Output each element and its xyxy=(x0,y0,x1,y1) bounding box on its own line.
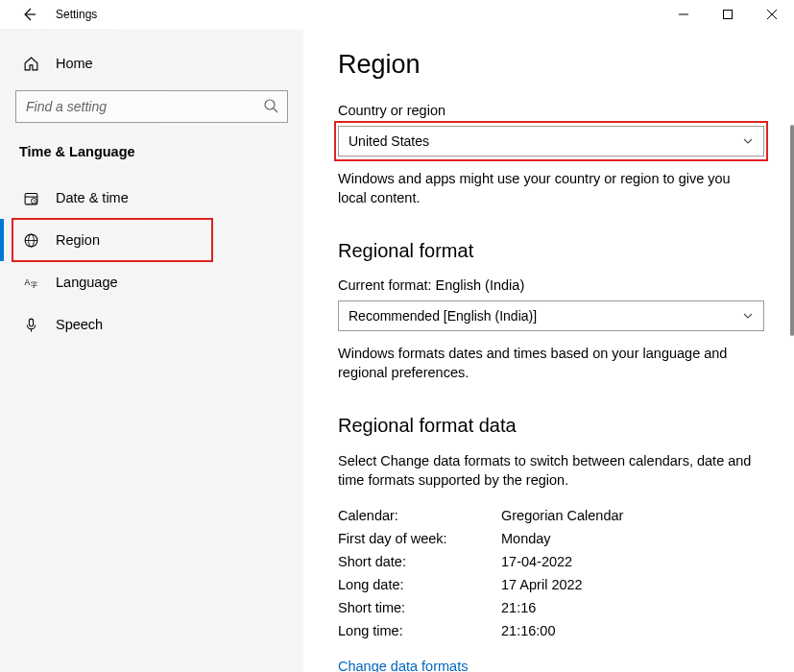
close-icon xyxy=(767,10,777,19)
maximize-button[interactable] xyxy=(706,0,750,29)
arrow-left-icon xyxy=(21,7,36,22)
kv-value: 21:16:00 xyxy=(501,620,555,643)
kv-value: 17-04-2022 xyxy=(501,551,572,574)
page-title: Region xyxy=(338,50,759,80)
format-value: Recommended [English (India)] xyxy=(349,308,537,324)
country-hint: Windows and apps might use your country … xyxy=(338,170,759,207)
format-data-hint: Select Change data formats to switch bet… xyxy=(338,452,759,490)
home-icon xyxy=(19,56,42,72)
svg-rect-1 xyxy=(724,11,733,19)
svg-text:A: A xyxy=(24,276,30,286)
home-label: Home xyxy=(56,56,93,71)
format-select[interactable]: Recommended [English (India)] xyxy=(338,300,764,331)
maximize-icon xyxy=(723,10,733,19)
window-controls xyxy=(662,0,794,29)
format-data-row: Short time:21:16 xyxy=(338,597,759,620)
kv-key: Long time: xyxy=(338,620,501,643)
language-icon: A字 xyxy=(19,275,42,291)
current-format-label: Current format: English (India) xyxy=(338,277,759,293)
country-select[interactable]: United States xyxy=(338,126,764,156)
kv-value: 17 April 2022 xyxy=(501,574,583,597)
sidebar-item-label: Region xyxy=(56,232,100,248)
format-data-row: Long time:21:16:00 xyxy=(338,620,759,643)
sidebar-item-language[interactable]: A字 Language xyxy=(15,261,288,303)
calendar-clock-icon xyxy=(19,190,42,206)
regional-format-heading: Regional format xyxy=(338,240,759,262)
titlebar: Settings xyxy=(0,0,794,29)
change-data-formats-link[interactable]: Change data formats xyxy=(338,659,468,672)
sidebar-item-date-time[interactable]: Date & time xyxy=(15,177,288,219)
format-data-heading: Regional format data xyxy=(338,415,759,437)
kv-value: Gregorian Calendar xyxy=(501,505,623,528)
country-label: Country or region xyxy=(338,103,759,118)
chevron-down-icon xyxy=(742,135,754,147)
globe-icon xyxy=(19,232,42,249)
kv-value: 21:16 xyxy=(501,597,536,620)
sidebar-item-label: Date & time xyxy=(56,190,129,205)
minimize-icon xyxy=(679,10,688,19)
search-wrap xyxy=(15,90,288,123)
close-button[interactable] xyxy=(750,0,794,29)
scrollbar[interactable] xyxy=(790,125,794,336)
sidebar-item-label: Language xyxy=(56,275,118,290)
format-data-row: Short date:17-04-2022 xyxy=(338,551,759,574)
kv-key: Long date: xyxy=(338,574,501,597)
content: Region Country or region United States W… xyxy=(303,29,794,672)
format-hint: Windows formats dates and times based on… xyxy=(338,345,759,382)
minimize-button[interactable] xyxy=(662,0,706,29)
country-value: United States xyxy=(349,133,429,149)
sidebar-item-speech[interactable]: Speech xyxy=(15,303,288,346)
kv-key: First day of week: xyxy=(338,528,501,551)
format-data-row: Calendar:Gregorian Calendar xyxy=(338,505,759,528)
svg-rect-16 xyxy=(29,319,33,326)
microphone-icon xyxy=(19,317,42,333)
back-button[interactable] xyxy=(15,1,42,28)
sidebar-section-title: Time & Language xyxy=(15,144,288,159)
chevron-down-icon xyxy=(742,310,754,322)
sidebar-item-region[interactable]: Region xyxy=(15,219,288,261)
kv-value: Monday xyxy=(501,528,551,551)
format-data-row: First day of week:Monday xyxy=(338,528,759,551)
sidebar-item-label: Speech xyxy=(56,317,103,332)
sidebar-home[interactable]: Home xyxy=(15,46,288,81)
window-title: Settings xyxy=(56,8,97,21)
kv-key: Short date: xyxy=(338,551,501,574)
kv-key: Short time: xyxy=(338,597,501,620)
kv-key: Calendar: xyxy=(338,505,501,528)
format-data-row: Long date:17 April 2022 xyxy=(338,574,759,597)
sidebar: Home Time & Language Date & time Region … xyxy=(0,29,303,672)
svg-text:字: 字 xyxy=(30,280,36,288)
search-input[interactable] xyxy=(15,90,288,123)
